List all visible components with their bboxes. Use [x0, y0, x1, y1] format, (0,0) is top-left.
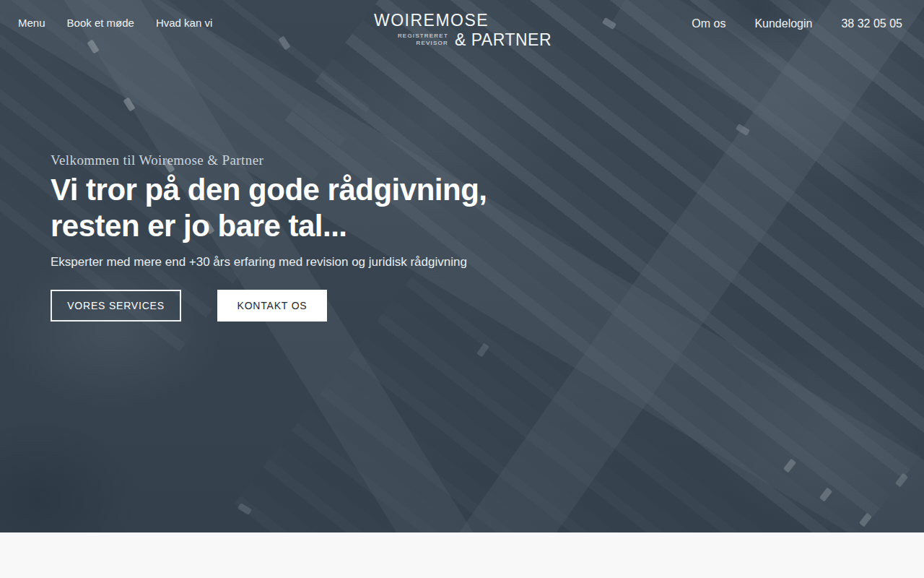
- logo-tagline-line1: REGISTRERET: [398, 33, 448, 40]
- nav-left: Menu Book et møde Hvad kan vi: [18, 16, 212, 30]
- hero-section: Menu Book et møde Hvad kan vi WOIREMOSE …: [0, 0, 924, 532]
- logo-suffix: & PARTNER: [455, 30, 552, 49]
- content-section-below: [0, 532, 924, 578]
- vores-services-button[interactable]: VORES SERVICES: [51, 290, 181, 322]
- header: Menu Book et møde Hvad kan vi WOIREMOSE …: [0, 0, 924, 65]
- logo-tagline-line2: REVISOR: [417, 40, 448, 47]
- logo-wordmark: WOIREMOSE: [372, 11, 489, 30]
- nav-item-hvad-kan-vi[interactable]: Hvad kan vi: [156, 16, 212, 30]
- nav-item-menu[interactable]: Menu: [18, 16, 45, 30]
- hero-eyebrow: Velkommen til Woiremose & Partner: [51, 152, 599, 169]
- nav-item-book-et-moede[interactable]: Book et møde: [67, 16, 134, 30]
- hero-heading-line2: resten er jo bare tal...: [51, 208, 599, 244]
- hero-heading: Vi tror på den gode rådgivning, resten e…: [51, 172, 599, 244]
- kontakt-os-button[interactable]: KONTAKT OS: [217, 290, 327, 322]
- nav-item-om-os[interactable]: Om os: [692, 17, 725, 31]
- hero-heading-line1: Vi tror på den gode rådgivning,: [51, 172, 599, 208]
- logo-tagline: REGISTRERET REVISOR: [398, 33, 448, 47]
- hero-subtitle: Eksperter med mere end +30 års erfaring …: [51, 254, 599, 270]
- nav-item-kundelogin[interactable]: Kundelogin: [754, 17, 812, 31]
- hero-cta-row: VORES SERVICES KONTAKT OS: [51, 290, 599, 322]
- phone-number[interactable]: 38 32 05 05: [841, 17, 902, 31]
- logo[interactable]: WOIREMOSE REGISTRERET REVISOR & PARTNER: [372, 11, 552, 49]
- page: Menu Book et møde Hvad kan vi WOIREMOSE …: [0, 0, 924, 578]
- logo-subline: REGISTRERET REVISOR & PARTNER: [398, 30, 552, 49]
- nav-right: Om os Kundelogin 38 32 05 05: [692, 17, 902, 31]
